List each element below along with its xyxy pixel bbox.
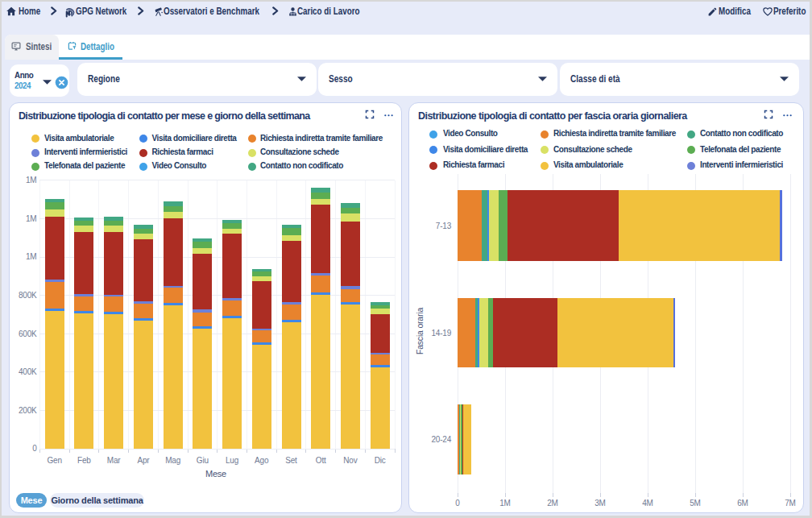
svg-text:Gen: Gen: [48, 456, 62, 465]
svg-text:Apr: Apr: [137, 456, 150, 465]
svg-text:Lug: Lug: [226, 456, 238, 465]
svg-text:5M: 5M: [690, 499, 701, 508]
svg-text:Ago: Ago: [255, 456, 269, 465]
svg-text:Feb: Feb: [77, 456, 91, 465]
svg-text:1M: 1M: [26, 252, 37, 261]
svg-text:Mar: Mar: [107, 456, 121, 465]
svg-text:6M: 6M: [737, 499, 748, 508]
svg-text:200K: 200K: [19, 406, 37, 415]
svg-text:0: 0: [455, 499, 460, 508]
svg-text:7-13: 7-13: [436, 222, 452, 230]
svg-text:1M: 1M: [26, 214, 37, 223]
svg-text:2M: 2M: [547, 499, 558, 508]
svg-text:1M: 1M: [26, 176, 37, 184]
svg-text:Set: Set: [285, 456, 297, 465]
svg-text:Fascia oraria: Fascia oraria: [415, 308, 425, 354]
svg-text:1M: 1M: [499, 499, 511, 508]
svg-text:14-19: 14-19: [431, 329, 451, 338]
svg-text:7M: 7M: [785, 499, 796, 508]
svg-text:600K: 600K: [19, 329, 37, 338]
svg-text:4M: 4M: [642, 499, 653, 508]
svg-text:3M: 3M: [594, 499, 606, 508]
svg-text:Giu: Giu: [197, 456, 209, 465]
svg-text:Ott: Ott: [316, 456, 326, 465]
svg-text:800K: 800K: [19, 291, 37, 300]
svg-text:400K: 400K: [19, 367, 37, 376]
svg-text:Dic: Dic: [375, 456, 386, 465]
svg-text:0: 0: [32, 444, 37, 453]
svg-text:Mag: Mag: [165, 456, 180, 465]
svg-text:Nov: Nov: [343, 456, 357, 465]
svg-text:20-24: 20-24: [431, 435, 451, 444]
svg-text:Mese: Mese: [205, 469, 226, 479]
